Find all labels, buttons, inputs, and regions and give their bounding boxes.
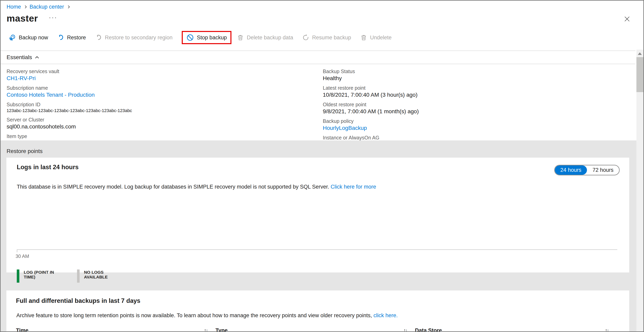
legend-label: LOG (POINT IN TIME) [19,269,64,279]
column-label: Type [216,327,228,332]
restore-button[interactable]: Restore [57,34,86,41]
field-label: Backup policy [323,118,644,124]
vertical-scrollbar[interactable] [636,50,644,331]
chevron-right-icon [24,6,27,9]
essentials-field: Backup Status Healthy [323,68,644,82]
restore-icon [57,34,64,41]
trash-icon [237,34,244,41]
click-here-link[interactable]: click here. [374,312,398,318]
breadcrumb-backup-center-link[interactable]: Backup center [30,4,64,10]
chart-legend: LOG (POINT IN TIME) NO LOGS AVAILABLE [17,269,620,283]
column-label: Time [16,327,28,332]
essentials-field: Backup policy HourlyLogBackup [323,118,644,132]
essentials-field: Subscription ID 123abc-123abc-123abc-123… [6,101,323,114]
breadcrumb-home-link[interactable]: Home [6,4,21,10]
sort-icon[interactable]: ↑↓ [404,327,407,332]
chart-axis-line [17,249,617,250]
oldest-restore-point-value: 9/8/2021, 7:00:40 AM (1 month(s) ago) [323,108,644,115]
backups-card-message: Archive feature to store long term reten… [16,312,620,319]
message-text: This database is in SIMPLE recovery mode… [17,184,330,190]
backup-status-value: Healthy [323,75,644,82]
backups-card: Full and differential backups in last 7 … [6,290,629,332]
ellipsis-menu-icon[interactable]: ··· [49,16,57,18]
column-label: Data Store [415,327,442,332]
resume-backup-button[interactable]: Resume backup [302,34,351,41]
legend-label: NO LOGS AVAILABLE [80,269,124,279]
restore-points-section: Restore points Logs in last 24 hours 24 … [0,140,644,332]
chevron-right-icon [67,6,70,9]
section-title: Restore points [6,148,644,154]
field-label: Server or Cluster [6,116,323,123]
backup-now-icon [8,34,16,41]
sort-icon[interactable]: ↑↓ [204,327,208,332]
scrollbar-thumb[interactable] [636,57,644,92]
subscription-id-value: 123abc-123abc-123abc-123abc-123abc-123ab… [6,108,323,114]
close-button[interactable] [622,14,632,24]
field-label: Backup Status [323,68,644,75]
close-icon [624,16,630,22]
chart-axis-label: 30 AM [16,253,620,259]
latest-restore-point-value: 10/8/2021, 7:00:40 AM (3 hour(s) ago) [323,91,644,98]
sort-icon[interactable]: ↑↓ [605,327,608,332]
chart-axis-tick [17,250,17,252]
command-bar: Backup now Restore Res [8,31,644,44]
subscription-name-link[interactable]: Contoso Hotels Tenant - Production [6,91,323,98]
field-label: Oldest restore point [323,101,644,108]
backup-now-button[interactable]: Backup now [8,34,48,41]
delete-backup-data-button[interactable]: Delete backup data [237,34,293,41]
backups-card-title: Full and differential backups in last 7 … [16,297,620,304]
toolbar-button-label: Delete backup data [247,35,293,41]
logs-card-message: This database is in SIMPLE recovery mode… [17,184,620,190]
log-timeline-chart [17,190,620,250]
logs-card-title: Logs in last 24 hours [12,163,78,171]
essentials-section: Recovery services vault CH1-RV-Pri Subsc… [0,64,644,151]
essentials-label: Essentials [6,54,32,61]
field-label: Subscription name [6,85,323,91]
resume-backup-icon [302,34,309,41]
column-header-data-store: Data Store ↑↓ [415,327,608,332]
toolbar-button-label: Resume backup [312,35,351,41]
undelete-button[interactable]: Undelete [360,34,392,41]
field-label: Recovery services vault [6,68,323,75]
toolbar-button-label: Restore [67,35,86,41]
column-header-type: Type ↑↓ [216,327,407,332]
column-header-time: Time ↑↓ [16,327,208,332]
toolbar-divider [0,51,636,51]
toolbar-button-label: Undelete [370,35,392,41]
stop-backup-icon [186,34,194,41]
page-title: master [6,13,38,24]
essentials-left-column: Recovery services vault CH1-RV-Pri Subsc… [6,68,323,151]
toggle-24-hours[interactable]: 24 hours [555,165,587,175]
backup-policy-link[interactable]: HourlyLogBackup [323,124,644,132]
backup-item-page: Home Backup center master ··· [0,0,644,332]
legend-color-gray [77,269,80,283]
title-row: master ··· [6,13,644,24]
field-label: Instance or AlwaysOn AG [323,134,644,141]
click-here-for-more-link[interactable]: Click here for more [330,184,376,190]
server-or-cluster-value: sql00.na.contosohotels.com [6,123,323,130]
essentials-field: Recovery services vault CH1-RV-Pri [6,68,323,82]
essentials-field: Server or Cluster sql00.na.contosohotels… [6,116,323,130]
toolbar-button-label: Stop backup [197,35,227,41]
logs-card: Logs in last 24 hours 24 hours 72 hours … [6,157,629,272]
essentials-field: Latest restore point 10/8/2021, 7:00:40 … [323,85,644,98]
toggle-72-hours[interactable]: 72 hours [587,165,619,175]
backups-table-header: Time ↑↓ Type ↑↓ Data Store ↑↓ [16,327,620,332]
field-label: Subscription ID [6,101,323,108]
page-top: Home Backup center master ··· [0,1,644,140]
toolbar-button-label: Backup now [19,35,48,41]
legend-color-green [17,269,19,283]
breadcrumb: Home Backup center [0,1,644,10]
essentials-toggle[interactable]: Essentials [0,51,52,63]
essentials-right-column: Backup Status Healthy Latest restore poi… [323,68,644,151]
trash-icon [360,34,367,41]
restore-icon [95,34,102,41]
legend-item-log: LOG (POINT IN TIME) [17,269,64,283]
stop-backup-button[interactable]: Stop backup [182,31,232,44]
scrollbar-up-arrow-icon[interactable] [638,52,642,55]
restore-secondary-region-button[interactable]: Restore to secondary region [95,34,172,41]
field-label: Item type [6,133,323,139]
message-text: Archive feature to store long term reten… [16,312,374,318]
legend-item-no-logs: NO LOGS AVAILABLE [77,269,124,283]
recovery-services-vault-link[interactable]: CH1-RV-Pri [6,75,323,82]
